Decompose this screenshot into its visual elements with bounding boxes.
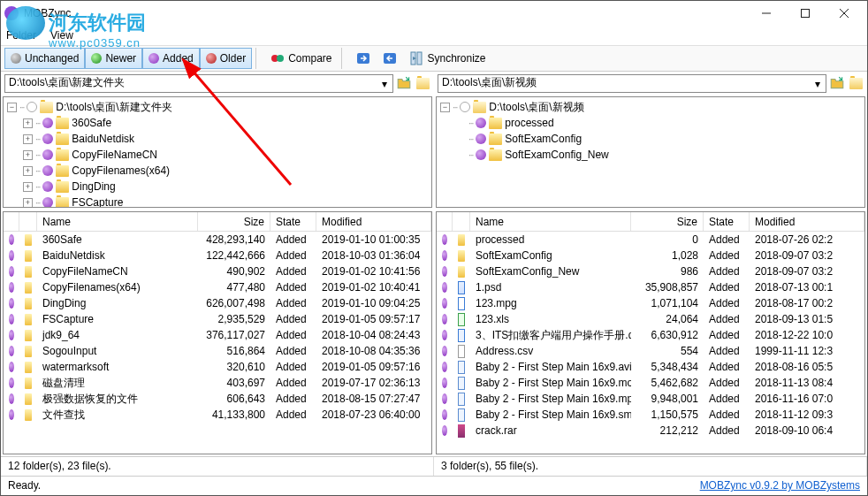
list-row[interactable]: Baby 2 - First Step Main 16x9.smv 1,150,… xyxy=(437,407,864,423)
list-row[interactable]: Baby 2 - First Step Main 16x9.mov 5,462,… xyxy=(437,375,864,391)
list-row[interactable]: DingDing 626,007,498 Added 2019-01-10 09… xyxy=(4,295,431,311)
right-path-input[interactable]: D:\tools\桌面\新视频 ▾ xyxy=(438,74,826,93)
file-name: CopyFileNameCN xyxy=(37,265,198,278)
list-row[interactable]: SogouInput 516,864 Added 2018-10-08 04:3… xyxy=(4,343,431,359)
list-row[interactable]: Baby 2 - First Step Main 16x9.avi 5,348,… xyxy=(437,359,864,375)
older-toggle[interactable]: Older xyxy=(200,48,252,69)
tree-node[interactable]: − ··· D:\tools\桌面\新视频 xyxy=(438,99,863,115)
status-ball-icon xyxy=(476,134,486,144)
tree-connector-icon: ··· xyxy=(19,103,24,112)
list-row[interactable]: CopyFileNameCN 490,902 Added 2019-01-02 … xyxy=(4,263,431,279)
status-ball-icon xyxy=(9,378,14,388)
status-ball-icon xyxy=(442,266,447,277)
svg-rect-2 xyxy=(802,10,810,18)
tree-node[interactable]: + ··· CopyFileNameCN xyxy=(5,147,430,163)
list-row[interactable]: FSCapture 2,935,529 Added 2019-01-05 09:… xyxy=(4,311,431,327)
synchronize-button[interactable]: Synchronize xyxy=(403,48,491,69)
file-size: 122,442,666 xyxy=(198,249,270,262)
file-modified: 2018-10-04 08:24:43 xyxy=(316,329,431,341)
file-modified: 2018-11-12 09:3 xyxy=(750,408,864,421)
tree-label: CopyFilenames(x64) xyxy=(72,164,170,177)
tree-node[interactable]: + ··· CopyFilenames(x64) xyxy=(5,163,430,179)
col-name[interactable]: Name xyxy=(470,212,631,231)
tree-node[interactable]: − ··· D:\tools\桌面\新建文件夹 xyxy=(5,99,430,115)
folder-icon xyxy=(25,298,32,309)
file-state: Added xyxy=(270,297,316,309)
list-row[interactable]: 1.psd 35,908,857 Added 2018-07-13 00:1 xyxy=(437,279,864,295)
list-row[interactable]: 123.xls 24,064 Added 2018-09-13 01:5 xyxy=(437,311,864,327)
folder-icon xyxy=(25,330,32,341)
compare-button[interactable]: Compare xyxy=(264,48,338,69)
menu-folder[interactable]: Folder xyxy=(6,29,36,42)
copy-right-button[interactable] xyxy=(350,48,377,69)
col-modified[interactable]: Modified xyxy=(750,212,864,231)
list-row[interactable]: 极强数据恢复的文件 606,643 Added 2018-08-15 07:27… xyxy=(4,391,431,407)
list-row[interactable]: 3、ITS扣缴客户端用户操作手册.doc 6,630,912 Added 201… xyxy=(437,327,864,343)
copy-left-button[interactable] xyxy=(377,48,403,69)
added-toggle[interactable]: Added xyxy=(142,48,200,69)
list-row[interactable]: 磁盘清理 403,697 Added 2019-07-17 02:36:13 xyxy=(4,375,431,391)
folder-icon xyxy=(56,118,69,129)
col-size[interactable]: Size xyxy=(198,212,270,231)
list-row[interactable]: Baby 2 - First Step Main 16x9.mp4 9,948,… xyxy=(437,391,864,407)
file-state: Added xyxy=(270,345,316,357)
right-tree[interactable]: − ··· D:\tools\桌面\新视频 ··· processed ··· … xyxy=(437,97,864,207)
file-state: Added xyxy=(704,393,750,405)
csv-file-icon xyxy=(458,345,465,358)
close-button[interactable] xyxy=(825,2,864,25)
list-row[interactable]: CopyFilenames(x64) 477,480 Added 2019-01… xyxy=(4,279,431,295)
folder-icon xyxy=(458,250,465,262)
list-row[interactable]: BaiduNetdisk 122,442,666 Added 2018-10-0… xyxy=(4,248,431,263)
circle-purple-icon xyxy=(148,53,159,64)
unchanged-toggle[interactable]: Unchanged xyxy=(4,48,85,69)
list-row[interactable]: SoftExamConfig_New 986 Added 2018-09-07 … xyxy=(437,263,864,279)
file-name: crack.rar xyxy=(470,424,631,437)
file-state: Added xyxy=(704,424,750,437)
left-open-button[interactable] xyxy=(415,75,430,91)
col-state[interactable]: State xyxy=(704,212,750,231)
list-row[interactable]: 文件查找 41,133,800 Added 2018-07-23 06:40:0… xyxy=(4,407,431,423)
file-size: 6,630,912 xyxy=(631,329,704,341)
list-row[interactable]: 360Safe 428,293,140 Added 2019-01-10 01:… xyxy=(4,232,431,248)
col-name[interactable]: Name xyxy=(37,212,198,231)
newer-toggle[interactable]: Newer xyxy=(85,48,142,69)
tree-node[interactable]: + ··· BaiduNetdisk xyxy=(5,131,430,147)
list-row[interactable]: SoftExamConfig 1,028 Added 2018-09-07 03… xyxy=(437,248,864,263)
menu-view[interactable]: View xyxy=(50,29,73,42)
right-open-button[interactable] xyxy=(848,75,864,91)
left-tree-panel: − ··· D:\tools\桌面\新建文件夹 + ··· 360Safe + … xyxy=(3,96,432,208)
list-row[interactable]: 123.mpg 1,071,104 Added 2018-08-17 00:2 xyxy=(437,295,864,311)
tree-node[interactable]: + ··· 360Safe xyxy=(5,115,430,131)
file-modified: 2018-10-08 04:35:36 xyxy=(316,345,431,357)
chevron-down-icon[interactable]: ▾ xyxy=(811,77,824,92)
left-tree[interactable]: − ··· D:\tools\桌面\新建文件夹 + ··· 360Safe + … xyxy=(4,97,431,207)
list-row[interactable]: Address.csv 554 Added 1999-11-11 12:3 xyxy=(437,343,864,359)
list-row[interactable]: crack.rar 212,212 Added 2018-09-10 06:4 xyxy=(437,423,864,439)
tree-node[interactable]: ··· SoftExamConfig xyxy=(438,131,863,147)
file-name: FSCapture xyxy=(37,313,198,325)
col-size[interactable]: Size xyxy=(631,212,704,231)
left-path-input[interactable]: D:\tools\桌面\新建文件夹 ▾ xyxy=(4,74,393,93)
left-browse-button[interactable] xyxy=(396,75,412,91)
list-row[interactable]: processed 0 Added 2018-07-26 02:2 xyxy=(437,232,864,248)
tree-node[interactable]: + ··· DingDing xyxy=(5,179,430,195)
right-browse-button[interactable] xyxy=(829,75,845,91)
col-state[interactable]: State xyxy=(270,212,316,231)
minimize-button[interactable] xyxy=(747,2,786,25)
tree-connector-icon: ··· xyxy=(35,134,40,144)
col-modified[interactable]: Modified xyxy=(316,212,431,231)
tree-node[interactable]: ··· processed xyxy=(438,115,863,131)
file-size: 5,462,682 xyxy=(631,377,704,389)
tree-node[interactable]: + ··· FSCapture xyxy=(5,195,430,207)
chevron-down-icon[interactable]: ▾ xyxy=(378,77,391,92)
list-row[interactable]: watermarksoft 320,610 Added 2019-01-05 0… xyxy=(4,359,431,375)
list-row[interactable]: jdk9_64 376,117,027 Added 2018-10-04 08:… xyxy=(4,327,431,343)
status-ball-icon xyxy=(42,118,53,128)
maximize-button[interactable] xyxy=(786,2,825,25)
status-ball-icon xyxy=(9,330,14,340)
file-name: SoftExamConfig xyxy=(470,249,631,262)
tree-node[interactable]: ··· SoftExamConfig_New xyxy=(438,147,863,163)
about-link[interactable]: MOBZync v0.9.2 by MOBZystems xyxy=(700,479,860,492)
file-name: SoftExamConfig_New xyxy=(470,265,631,278)
status-ball-icon xyxy=(42,197,53,207)
